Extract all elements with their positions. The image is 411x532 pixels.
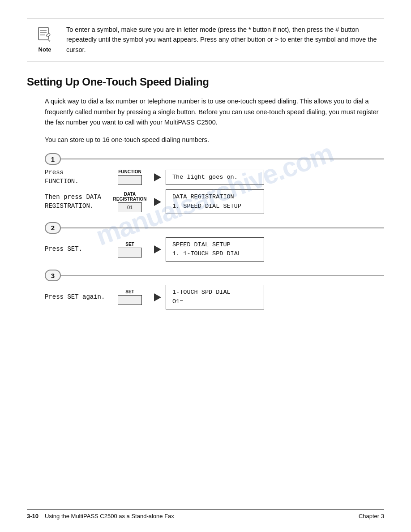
- step-3-block: 3 Press SET again. SET 1-TOUCH SPD DIAL …: [27, 270, 384, 309]
- step-1-instruction-1: Press FUNCTION. FUNCTION The light goes …: [45, 168, 384, 186]
- step-3-arrow-shape-1: [154, 293, 161, 301]
- step-1-block: 1 Press FUNCTION. FUNCTION The light goe…: [27, 153, 384, 214]
- step-1-instruction-2: Then press DATA REGISTRATION. DATA REGIS…: [45, 189, 384, 214]
- step-2-bubble: 2: [45, 222, 61, 234]
- step-1-arrow-shape-2: [154, 198, 161, 206]
- step-1-btn-label-1: FUNCTION: [118, 169, 141, 174]
- step-3-display-1: 1-TOUCH SPD DIAL O1=: [166, 285, 264, 309]
- step-2-line: [61, 227, 384, 228]
- step-3-label-1: Press SET again.: [45, 293, 112, 302]
- step-3-btn-label-1: SET: [125, 289, 134, 294]
- footer-page-num: 3-10: [27, 513, 39, 519]
- step-3-bubble: 3: [45, 270, 61, 281]
- step-1-arrow-1: [154, 173, 161, 181]
- step-1-arrow-shape-1: [154, 173, 161, 181]
- svg-rect-0: [39, 27, 48, 40]
- step-1-button-1: FUNCTION: [112, 169, 148, 185]
- page: manualsarchive.com Note To enter a symbo…: [0, 0, 411, 532]
- note-box: Note To enter a symbol, make sure you ar…: [27, 18, 384, 61]
- step-3-arrow-1: [154, 293, 161, 301]
- step-2-btn-rect-1: [118, 248, 142, 257]
- step-1-btn-rect-1: [118, 175, 142, 185]
- intro-paragraph-2: You can store up to 16 one-touch speed d…: [45, 135, 384, 145]
- step-1-bubble: 1: [45, 153, 61, 165]
- step-2-display-1: SPEED DIAL SETUP 1. 1-TOUCH SPD DIAL: [166, 237, 264, 262]
- step-2-arrow-shape-1: [154, 245, 161, 253]
- note-text: To enter a symbol, make sure you are in …: [66, 25, 380, 55]
- step-2-block: 2 Press SET. SET SPEED DIAL SETUP 1. 1-T…: [27, 222, 384, 262]
- step-3-number-row: 3: [45, 270, 384, 281]
- step-3-button-1: SET: [112, 289, 148, 305]
- step-1-btn-label-2: DATA REGISTRATION: [113, 192, 147, 202]
- footer: 3-10 Using the MultiPASS C2500 as a Stan…: [27, 509, 384, 519]
- step-1-line: [61, 159, 384, 159]
- section-heading: Setting Up One-Touch Speed Dialing: [27, 76, 384, 88]
- footer-left: 3-10 Using the MultiPASS C2500 as a Stan…: [27, 513, 174, 519]
- step-2-arrow-1: [154, 245, 161, 253]
- note-label: Note: [39, 46, 51, 53]
- intro-paragraph-1: A quick way to dial a fax number or tele…: [45, 96, 384, 128]
- step-3-btn-rect-1: [118, 295, 142, 305]
- footer-right-text: Chapter 3: [359, 513, 384, 519]
- step-1-display-2: DATA REGISTRATION 1. SPEED DIAL SETUP: [166, 189, 264, 214]
- step-1-btn-rect-2: 01: [118, 202, 142, 212]
- step-2-label-1: Press SET.: [45, 245, 112, 254]
- note-icon-wrap: Note: [31, 25, 58, 53]
- step-3-line: [61, 275, 384, 276]
- step-1-display-1: The light goes on.: [166, 170, 264, 185]
- step-2-instruction-1: Press SET. SET SPEED DIAL SETUP 1. 1-TOU…: [45, 237, 384, 262]
- footer-left-text: Using the MultiPASS C2500 as a Stand-alo…: [45, 513, 174, 519]
- note-pencil-icon: [35, 25, 55, 44]
- step-3-instruction-1: Press SET again. SET 1-TOUCH SPD DIAL O1…: [45, 285, 384, 309]
- step-2-button-1: SET: [112, 242, 148, 257]
- step-1-button-2: DATA REGISTRATION 01: [112, 192, 148, 212]
- step-1-arrow-2: [154, 198, 161, 206]
- step-2-btn-label-1: SET: [125, 242, 134, 247]
- step-1-number-row: 1: [45, 153, 384, 165]
- step-1-label-1: Press FUNCTION.: [45, 168, 112, 186]
- step-1-label-2: Then press DATA REGISTRATION.: [45, 193, 112, 210]
- step-2-number-row: 2: [45, 222, 384, 234]
